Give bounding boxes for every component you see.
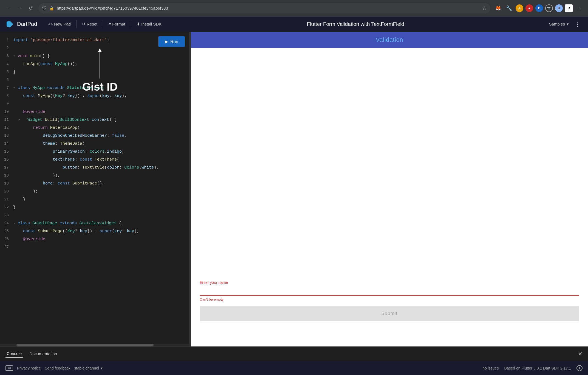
line-num-2: 2 — [0, 44, 13, 52]
samples-button[interactable]: Samples ▾ — [545, 19, 573, 29]
profile-d-icon[interactable]: D — [535, 4, 543, 12]
run-play-icon: ▶ — [165, 39, 168, 44]
code-content[interactable]: 1 import 'package:flutter/material.dart'… — [0, 32, 189, 343]
browser-actions: 🦊 🔧 A ● D 📷 K R ≡ — [494, 4, 584, 13]
profile-red-icon[interactable]: ● — [525, 4, 533, 12]
refresh-button[interactable]: ↺ — [26, 4, 35, 13]
run-button[interactable]: ▶ Run — [158, 36, 185, 47]
new-pad-button[interactable]: <> New Pad — [44, 19, 75, 29]
install-sdk-button[interactable]: ⬇ Install SDK — [132, 19, 166, 29]
profile-r-icon[interactable]: R — [565, 4, 573, 12]
separator-3 — [131, 20, 131, 28]
code-line-15: 15 primarySwatch: Colors.indigo, — [0, 148, 189, 156]
line-content-11: ▾ Widget build(BuildContext context) { — [13, 116, 116, 124]
code-editor[interactable]: ▶ Run Gist ID 1 import 'package:flutter/… — [0, 32, 189, 346]
line-num-7: 7 — [0, 84, 13, 92]
more-options-button[interactable]: ⋮ — [573, 19, 583, 29]
run-label: Run — [170, 39, 178, 44]
code-line-10: 10 @override — [0, 108, 189, 116]
profile-a-icon[interactable]: A — [516, 4, 523, 12]
line-num-24: 24 — [0, 219, 13, 227]
line-content-1: import 'package:flutter/material.dart'; — [13, 37, 109, 44]
code-line-9: 9 — [0, 100, 189, 108]
code-scrollbar-thumb[interactable] — [16, 344, 154, 346]
code-line-22: 22 } — [0, 203, 189, 211]
dartpad-logo: DartPad — [5, 20, 37, 29]
line-num-10: 10 — [0, 108, 13, 116]
line-content-16: textTheme: const TextTheme( — [13, 156, 119, 164]
line-num-1: 1 — [0, 36, 13, 44]
firefox-account-icon[interactable]: 🦊 — [494, 4, 502, 13]
samples-chevron-icon: ▾ — [567, 22, 569, 27]
flutter-appbar-title: Validation — [376, 36, 403, 43]
line-num-11: 11 — [0, 116, 13, 124]
documentation-tab[interactable]: Documentation — [28, 350, 58, 358]
line-num-4: 4 — [0, 60, 13, 68]
run-btn-container: ▶ Run — [158, 36, 185, 47]
profile-camera-icon[interactable]: 📷 — [545, 4, 553, 12]
flutter-submit-button[interactable]: Submit — [200, 306, 579, 321]
url-text: https://dartpad.dev/?id=cefdf4d717150397… — [57, 6, 168, 10]
status-bar: ⌨ Privacy notice Send feedback stable ch… — [0, 361, 588, 375]
dart-logo-icon — [5, 20, 14, 29]
browser-chrome: ← → ↺ 🛡 🔒 https://dartpad.dev/?id=cefdf4… — [0, 0, 588, 16]
code-line-27: 27 — [0, 243, 189, 251]
status-left-section: ⌨ Privacy notice Send feedback stable ch… — [5, 365, 103, 371]
line-num-5: 5 — [0, 68, 13, 76]
console-tab[interactable]: Console — [5, 349, 23, 358]
bookmark-icon[interactable]: ☆ — [482, 5, 487, 11]
line-num-20: 20 — [0, 188, 13, 195]
line-content-21: } — [13, 196, 26, 203]
line-content-22: } — [13, 204, 16, 211]
send-feedback-link[interactable]: Send feedback — [45, 366, 70, 370]
line-content-26: @override — [13, 236, 45, 243]
line-num-8: 8 — [0, 92, 13, 100]
tools-icon[interactable]: 🔧 — [505, 4, 513, 13]
code-line-8: 8 const MyApp({Key? key}) : super(key: k… — [0, 92, 189, 100]
line-content-10: @override — [13, 108, 45, 116]
line-num-21: 21 — [0, 195, 13, 203]
dartpad-toolbar: DartPad <> New Pad ↺ Reset ≡ Format ⬇ In… — [0, 16, 588, 32]
close-panel-button[interactable]: ✕ — [578, 351, 583, 357]
line-num-26: 26 — [0, 235, 13, 243]
line-num-19: 19 — [0, 180, 13, 187]
line-content-20: ); — [13, 188, 38, 195]
flutter-preview: Validation Enter your name Can't be empt… — [191, 32, 588, 346]
line-content-13: debugShowCheckedModeBanner: false, — [13, 132, 127, 140]
code-scrollbar[interactable] — [0, 344, 189, 346]
menu-button[interactable]: ≡ — [575, 4, 584, 13]
line-content-7: ▾ class MyApp extends StatelessWidget { — [13, 84, 109, 92]
line-content-12: return MaterialApp( — [13, 124, 80, 132]
dartpad-title: DartPad — [17, 21, 37, 27]
shield-icon: 🛡 — [42, 6, 47, 11]
line-content-5: } — [13, 68, 16, 76]
forward-button[interactable]: → — [15, 4, 24, 13]
flutter-form-label: Enter your name — [200, 280, 579, 285]
line-content-9 — [13, 100, 16, 108]
info-icon[interactable]: i — [576, 365, 583, 371]
line-content-15: primarySwatch: Colors.indigo, — [13, 148, 124, 156]
flutter-form-area: Enter your name Can't be empty Submit — [200, 280, 579, 338]
code-line-17: 17 button: TextStyle(color: Colors.white… — [0, 164, 189, 172]
line-num-16: 16 — [0, 156, 13, 163]
profile-k-icon[interactable]: K — [555, 4, 563, 12]
back-button[interactable]: ← — [4, 4, 13, 13]
flutter-content: Enter your name Can't be empty Submit — [191, 48, 588, 346]
project-title: Flutter Form Validation with TextFormFie… — [166, 21, 545, 27]
address-bar[interactable]: 🛡 🔒 https://dartpad.dev/?id=cefdf4d71715… — [38, 3, 490, 13]
code-line-18: 18 )), — [0, 172, 189, 180]
status-right-section: no issues Based on Flutter 3.0.1 Dart SD… — [482, 365, 583, 371]
format-button[interactable]: ≡ Format — [104, 19, 129, 29]
reset-button[interactable]: ↺ Reset — [78, 19, 102, 29]
flutter-version-text: Based on Flutter 3.0.1 Dart SDK 2.17.1 — [504, 366, 571, 370]
flutter-name-input[interactable] — [200, 287, 579, 294]
line-content-14: theme: ThemeData( — [13, 140, 85, 148]
privacy-notice-link[interactable]: Privacy notice — [17, 366, 41, 370]
code-line-7: 7 ▾ class MyApp extends StatelessWidget … — [0, 84, 189, 92]
line-num-12: 12 — [0, 124, 13, 131]
channel-select[interactable]: stable channel ▾ — [74, 366, 103, 370]
line-num-27: 27 — [0, 243, 13, 251]
flutter-app: Validation Enter your name Can't be empt… — [191, 32, 588, 346]
flutter-error-text: Can't be empty — [200, 297, 579, 301]
main-area: ▶ Run Gist ID 1 import 'package:flutter/… — [0, 32, 588, 346]
